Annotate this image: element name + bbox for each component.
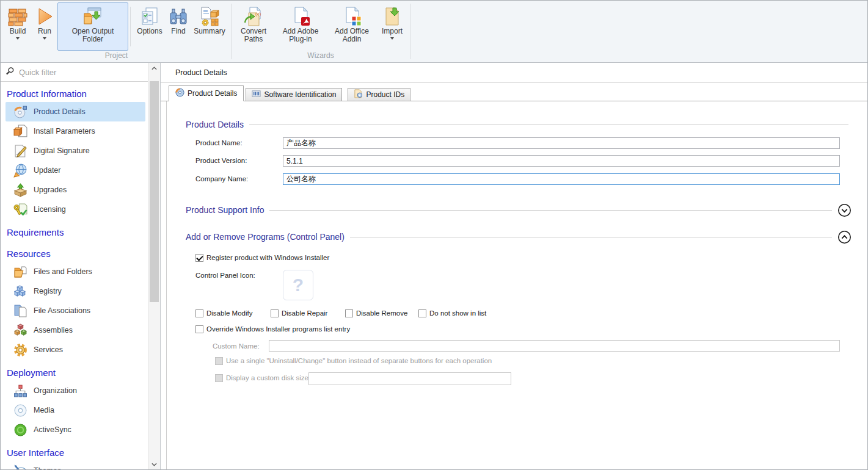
sidebar-item-label: Assemblies [34,326,73,334]
sidebar: Product Information Product Details Inst… [1,63,161,469]
run-icon [35,5,54,27]
sidebar-item-upgrades[interactable]: Upgrades [5,180,145,200]
product-version-label: Product Version: [195,157,247,164]
sidebar-item-install-parameters[interactable]: Install Parameters [5,121,145,141]
scrollbar-down-arrow-icon[interactable] [148,459,160,469]
sidebar-section-user-interface: User Interface [1,439,148,461]
control-panel-icon-picker[interactable]: ? [283,270,313,300]
scrollbar-up-arrow-icon[interactable] [148,63,160,73]
organization-icon [13,383,27,398]
media-icon [13,403,27,418]
disable-remove-checkbox[interactable]: Disable Remove [345,309,407,317]
tab-label: Product Details [188,89,237,98]
product-name-input[interactable] [283,137,840,149]
custom-disk-size-input[interactable] [308,372,511,385]
section-rule [350,237,832,237]
dropdown-caret-icon [16,37,20,40]
sidebar-item-digital-signature[interactable]: Digital Signature [5,141,145,161]
do-not-show-in-list-checkbox[interactable]: Do not show in list [418,309,486,317]
themes-icon [13,463,27,469]
product-version-input[interactable] [283,155,840,167]
sidebar-item-file-associations[interactable]: File Associations [5,301,145,320]
sidebar-item-updater[interactable]: Updater [5,161,145,180]
sidebar-item-label: Themes [34,466,61,469]
company-name-input[interactable] [283,173,840,185]
install-parameters-icon [13,124,27,139]
display-custom-disk-size-checkbox[interactable]: Display a custom disk size: [215,374,310,382]
build-button[interactable]: Build [4,2,32,51]
section-header-add-remove-programs: Add or Remove Programs (Control Panel) [186,230,852,244]
checkbox-label: Do not show in list [429,309,486,317]
ribbon-group-project: Build Run Open Output Folder [2,1,231,62]
run-button[interactable]: Run [32,2,57,51]
add-office-addin-button[interactable]: Add Office Addin [327,2,376,51]
company-name-label: Company Name: [195,175,248,183]
sidebar-section-product-information: Product Information [1,82,148,102]
ribbon-toolbar: Build Run Open Output Folder [1,1,867,63]
find-icon [169,5,188,27]
tab-strip: Product Details Software Identification … [161,83,867,101]
sidebar-item-themes[interactable]: Themes [5,461,145,469]
scrollbar-thumb[interactable] [150,81,159,302]
question-mark-placeholder-icon: ? [293,275,304,295]
convert-paths-button[interactable]: (x) Convert Paths [233,2,274,51]
checkbox-label: Register product with Windows Installer [206,254,329,261]
sidebar-item-assemblies[interactable]: Assemblies [5,320,145,340]
section-rule [249,125,848,125]
find-button[interactable]: Find [167,2,190,51]
options-button[interactable]: Options [133,2,167,51]
quick-filter-input[interactable] [19,68,155,77]
expand-section-button[interactable] [837,203,852,217]
files-and-folders-icon [13,264,27,279]
sidebar-item-label: Files and Folders [34,267,92,276]
product-details-icon [13,104,27,119]
ribbon-group-label-project: Project [2,51,231,62]
sidebar-item-label: Media [34,406,54,414]
collapse-section-button[interactable] [837,230,852,244]
single-uninstall-change-button-checkbox[interactable]: Use a single "Uninstall/Change" button i… [215,357,492,365]
sidebar-section-resources: Resources [1,240,148,262]
checkbox-label: Use a single "Uninstall/Change" button i… [226,357,492,364]
sidebar-item-organization[interactable]: Organization [5,381,145,400]
assemblies-icon [13,323,27,338]
checkbox-box [345,309,353,317]
checkbox-box [271,309,279,317]
quick-filter [1,63,160,82]
override-programs-list-checkbox[interactable]: Override Windows Installer programs list… [195,325,350,333]
sidebar-item-media[interactable]: Media [5,400,145,420]
add-adobe-plugin-button-label: Add Adobe Plug-in [277,27,324,43]
sidebar-item-services[interactable]: Services [5,340,145,360]
sidebar-section-deployment: Deployment [1,360,148,381]
sidebar-item-files-and-folders[interactable]: Files and Folders [5,262,145,281]
sidebar-item-licensing[interactable]: Licensing [5,200,145,219]
section-rule [269,210,832,211]
open-output-folder-icon [83,5,103,27]
sidebar-item-registry[interactable]: Registry [5,281,145,301]
disable-repair-checkbox[interactable]: Disable Repair [271,309,327,317]
register-product-checkbox[interactable]: Register product with Windows Installer [195,254,329,262]
import-button[interactable]: Import [376,2,408,51]
section-title: Product Support Info [186,205,264,215]
custom-name-input[interactable] [269,340,840,352]
sidebar-item-label: Updater [34,166,60,175]
checkbox-label: Display a custom disk size: [226,374,310,381]
tab-product-details[interactable]: Product Details [169,85,244,101]
add-adobe-plugin-button[interactable]: Add Adobe Plug-in [274,2,327,51]
sidebar-item-product-details[interactable]: Product Details [5,102,145,121]
disable-modify-checkbox[interactable]: Disable Modify [195,309,252,317]
sidebar-item-label: Digital Signature [34,146,90,155]
tab-label: Product IDs [366,90,404,99]
search-icon [5,67,15,78]
sidebar-item-activesync[interactable]: ActiveSync [5,420,145,439]
sidebar-nav: Product Information Product Details Inst… [1,82,148,469]
import-icon [382,5,402,27]
section-title: Product Details [186,120,244,129]
add-adobe-plugin-icon [291,5,310,27]
checkbox-box [195,254,203,262]
tab-product-ids[interactable]: Product IDs [348,88,410,101]
tab-software-identification[interactable]: Software Identification [246,88,342,101]
sidebar-scrollbar[interactable] [148,63,160,469]
ribbon-separator [130,7,131,46]
open-output-folder-button[interactable]: Open Output Folder [57,2,128,51]
summary-button[interactable]: Summary [190,2,229,51]
